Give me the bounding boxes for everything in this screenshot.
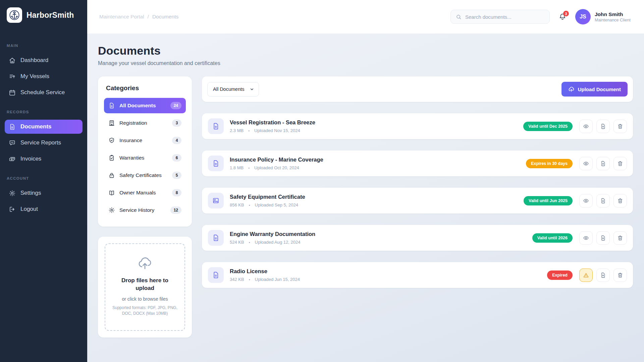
sidebar-item-invoices[interactable]: Invoices [5,152,83,166]
clipboard-check-icon [108,155,115,161]
category-insurance[interactable]: Insurance 4 [104,133,186,148]
category-count: 5 [172,172,181,179]
dropzone-title: Drop files here to upload [111,277,178,292]
breadcrumb-root[interactable]: Maintenance Portal [99,14,144,20]
file-text-icon [208,267,224,283]
category-service-history[interactable]: Service History 12 [104,202,186,218]
sidebar-item-label: My Vessels [20,73,49,80]
file-download-icon [600,198,606,204]
sidebar-item-label: Logout [20,206,38,213]
status-badge: Valid until Jun 2025 [524,196,573,205]
document-uploaded: Uploaded Sep 5, 2024 [255,202,298,207]
category-label: Warranties [119,155,144,161]
sidebar-section-records: RECORDS [0,110,87,114]
calendar-icon [9,89,16,96]
view-button[interactable] [579,157,593,170]
meta-separator [244,165,254,170]
document-meta: 1.8 MB Uploaded Oct 20, 2024 [230,165,323,170]
delete-button[interactable] [613,157,627,170]
document-uploaded: Uploaded Oct 20, 2024 [254,165,299,170]
file-download-icon [600,161,606,167]
sidebar-item-dashboard[interactable]: Dashboard [5,53,83,67]
sidebar-item-settings[interactable]: Settings [5,186,83,200]
view-button[interactable] [579,120,593,133]
breadcrumb-current: Documents [152,14,178,20]
category-label: All Documents [119,103,156,109]
anchor-icon [7,7,22,23]
document-meta: 2.3 MB Uploaded Nov 15, 2024 [230,128,315,133]
sidebar-item-schedule-service[interactable]: Schedule Service [5,85,83,100]
download-button[interactable] [596,194,610,207]
notifications-button[interactable]: 3 [558,13,567,21]
category-label: Registration [119,120,147,126]
brand-name: HarborSmith [26,11,74,20]
page-title: Documents [98,44,633,57]
breadcrumb-separator [148,14,149,20]
upload-document-button[interactable]: Upload Document [561,82,628,97]
meta-separator [244,202,255,207]
view-button[interactable] [579,231,593,245]
delete-button[interactable] [613,268,627,282]
document-actions [579,157,627,170]
sidebar-item-service-reports[interactable]: Service Reports [5,136,83,150]
download-button[interactable] [596,157,610,170]
file-dropzone[interactable]: Drop files here to upload or click to br… [105,243,185,331]
sidebar-item-my-vessels[interactable]: My Vessels [5,69,83,83]
dropzone-subtitle: or click to browse files [111,296,178,302]
document-size: 1.8 MB [230,165,244,170]
category-safety-certificates[interactable]: Safety Certificates 5 [104,168,186,183]
download-button[interactable] [596,268,610,282]
notification-count-badge: 3 [563,11,569,16]
category-label: Insurance [119,137,142,143]
trash-icon [617,272,623,278]
delete-button[interactable] [613,194,627,207]
document-row: Engine Warranty Documentation 524 KB Upl… [202,225,633,251]
document-meta: 524 KB Uploaded Aug 12, 2024 [230,240,315,245]
status-badge: Valid until Dec 2025 [523,122,573,131]
sidebar-item-documents[interactable]: Documents [5,120,83,134]
meta-separator [244,128,254,133]
sidebar-item-logout[interactable]: Logout [5,202,83,216]
warning-triangle-icon [583,272,589,278]
user-menu[interactable]: JS John Smith Maintenance Client [575,9,631,24]
category-registration[interactable]: Registration 3 [104,115,186,131]
download-button[interactable] [596,120,610,133]
document-row: Safety Equipment Certificate 856 KB Uplo… [202,188,633,214]
file-download-icon [600,272,606,278]
category-count: 3 [172,119,181,127]
status-badge: Valid until 2026 [532,233,573,243]
category-owner-manuals[interactable]: Owner Manuals 8 [104,185,186,200]
expired-warning-button[interactable] [579,268,593,282]
app-root: HarborSmith MAIN Dashboard My Vessels Sc… [0,0,644,362]
document-title: Radio License [230,268,300,275]
trash-icon [617,235,623,241]
download-button[interactable] [596,231,610,245]
category-all-documents[interactable]: All Documents 24 [104,98,186,113]
upload-card: Drop files here to upload or click to br… [98,237,192,338]
category-warranties[interactable]: Warranties 6 [104,150,186,166]
document-actions [579,231,627,245]
file-text-icon [208,118,224,134]
document-filter-select[interactable]: All Documents [207,82,259,97]
meta-separator [244,240,255,245]
delete-button[interactable] [613,231,627,245]
document-actions [579,268,627,282]
gear-icon [9,190,16,197]
delete-button[interactable] [613,120,627,133]
document-actions [579,194,627,207]
eye-icon [583,198,589,204]
document-icon [9,123,16,130]
file-download-icon [600,235,606,241]
book-open-icon [108,189,115,196]
home-icon [9,57,16,64]
building-icon [108,120,115,126]
search-input[interactable] [465,14,545,20]
lock-icon [108,172,115,179]
view-button[interactable] [579,194,593,207]
eye-icon [583,235,589,241]
status-badge: Expires in 30 days [526,159,573,168]
search-box [450,10,550,24]
breadcrumb: Maintenance Portal Documents [99,14,178,20]
sidebar-section-account: ACCOUNT [0,176,87,180]
document-uploaded: Uploaded Aug 12, 2024 [255,240,301,245]
